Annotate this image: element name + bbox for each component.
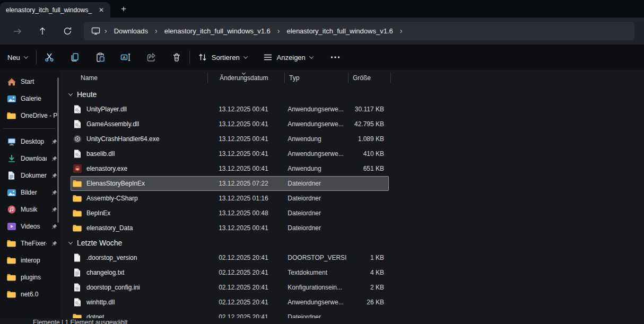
ini-icon [73, 283, 82, 292]
folder-icon [7, 257, 16, 264]
file-date-cell: 13.12.2025 01:16 [206, 195, 283, 202]
table-row[interactable]: UnityCrashHandler64.exe13.12.2025 00:41A… [71, 132, 389, 146]
table-row[interactable]: doorstop_config.ini02.12.2025 20:41Konfi… [71, 280, 389, 295]
share-button[interactable] [138, 48, 164, 67]
delete-button[interactable] [164, 48, 189, 67]
group-header-letzte-woche[interactable]: Letzte Woche [60, 235, 644, 250]
file-type-cell: Anwendungserwe... [283, 150, 346, 157]
table-row[interactable]: dotnet02.12.2025 20:41Dateiordner [71, 310, 389, 318]
pin-icon [51, 224, 57, 230]
column-header-size[interactable]: Größe [348, 70, 391, 86]
cut-button[interactable] [37, 48, 62, 67]
sidebar-item-interop[interactable]: interop [0, 252, 60, 269]
breadcrumb-item-downloads[interactable]: Downloads [110, 25, 152, 37]
file-type-cell: Anwendungserwe... [283, 106, 346, 113]
sidebar-item-net6-0[interactable]: net6.0 [0, 286, 60, 303]
file-date-cell: 13.12.2025 07:22 [206, 180, 283, 187]
sidebar-scrollbar[interactable] [57, 77, 59, 223]
sidebar-item-galerie[interactable]: Galerie [0, 90, 60, 107]
file-date-cell: 13.12.2025 00:48 [206, 209, 283, 217]
sidebar-item-label: net6.0 [21, 291, 57, 298]
file-name-cell: GameAssembly.dll [71, 120, 206, 128]
file-type-cell: Dateiordner [283, 313, 346, 318]
breadcrumb: ›Downloads›elenastory_itch_full_windows_… [101, 27, 405, 35]
file-name: elenastory_Data [86, 224, 133, 232]
folder-icon [7, 240, 16, 247]
sidebar-item-label: Musik [21, 206, 47, 213]
address-bar[interactable]: ›Downloads›elenastory_itch_full_windows_… [84, 22, 634, 40]
column-header-date[interactable]: Änderungsdatum [207, 70, 284, 86]
pin-icon [51, 207, 57, 213]
file-date-cell: 13.12.2025 00:41 [206, 106, 283, 113]
sidebar-item-start[interactable]: Start [0, 73, 60, 90]
column-header-name[interactable]: Name [71, 70, 207, 86]
file-date-cell: 13.12.2025 00:41 [206, 135, 283, 143]
folder-icon [73, 224, 82, 232]
file-name-cell: elenastory.exe [71, 164, 206, 173]
file-type-cell: Dateiordner [283, 195, 346, 202]
sidebar-item-downloads[interactable]: Downloads [0, 150, 60, 167]
tab-close-icon[interactable]: ✕ [97, 5, 106, 15]
sort-button[interactable]: Sortieren [190, 48, 255, 67]
sidebar-item-videos[interactable]: Videos [0, 218, 60, 235]
refresh-icon [63, 27, 72, 36]
breadcrumb-chevron-icon: › [101, 27, 110, 35]
sidebar-item-musik[interactable]: Musik [0, 201, 60, 218]
file-size-cell: 410 KB [346, 150, 389, 157]
dll-icon [73, 150, 82, 158]
file-size-cell: 1 KB [346, 254, 389, 261]
breadcrumb-chevron-icon: › [152, 27, 161, 35]
table-row[interactable]: elenastory_Data13.12.2025 00:41Dateiordn… [71, 221, 389, 235]
table-row[interactable]: elenastory.exe13.12.2025 00:41Anwendung6… [71, 161, 389, 176]
column-header-type[interactable]: Typ [284, 70, 348, 86]
table-row[interactable]: baselib.dll13.12.2025 00:41Anwendungserw… [71, 146, 389, 161]
explorer-tab[interactable]: elenastory_itch_full_windows_ ✕ [0, 2, 110, 17]
file-name: doorstop_config.ini [86, 284, 140, 291]
table-row[interactable]: GameAssembly.dll13.12.2025 00:41Anwendun… [71, 117, 389, 132]
more-options-button[interactable] [321, 48, 350, 67]
table-row[interactable]: Assembly-CSharp13.12.2025 01:16Dateiordn… [71, 191, 389, 206]
sidebar-item-onedrive-pers[interactable]: OneDrive - Pers [0, 107, 60, 124]
navigation-bar: ›Downloads›elenastory_itch_full_windows_… [0, 17, 644, 45]
svg-text:A: A [123, 55, 126, 60]
refresh-button[interactable] [58, 22, 76, 40]
sidebar-item-thefixer-0-3[interactable]: TheFixer-0.3. [0, 235, 60, 252]
table-row[interactable]: changelog.txt02.12.2025 20:41Textdokumen… [71, 265, 389, 280]
forward-button[interactable] [8, 22, 27, 40]
status-text: Elemente | 1 Element ausgewählt [33, 319, 128, 324]
onedrive-icon [7, 112, 16, 119]
documents-icon [7, 171, 16, 180]
file-type-cell: Konfigurationsein... [283, 284, 346, 291]
sidebar-item-desktop[interactable]: Desktop [0, 133, 60, 150]
view-button-label: Anzeigen [277, 54, 306, 62]
file-date-cell: 13.12.2025 00:41 [206, 165, 283, 172]
view-button[interactable]: Anzeigen [255, 48, 321, 67]
share-icon [146, 52, 156, 63]
table-row[interactable]: BepInEx13.12.2025 00:48Dateiordner [71, 206, 389, 221]
folder-icon [73, 313, 82, 318]
table-row[interactable]: winhttp.dll02.12.2025 20:41Anwendungserw… [71, 295, 389, 310]
sidebar-item-label: Galerie [21, 95, 57, 102]
file-type-cell: Anwendungserwe... [283, 299, 346, 306]
rename-button[interactable]: A [113, 48, 138, 67]
sidebar-item-dokumente[interactable]: Dokumente [0, 167, 60, 184]
file-size-cell: 1.089 KB [346, 135, 389, 143]
music-icon [7, 205, 16, 214]
new-tab-button[interactable]: + [118, 3, 129, 15]
table-row[interactable]: ElenasStoryBepInEx13.12.2025 07:22Dateio… [71, 176, 389, 191]
file-date-cell: 02.12.2025 20:41 [206, 284, 283, 291]
group-header-heute[interactable]: Heute [60, 87, 644, 102]
copy-button[interactable] [62, 48, 88, 67]
breadcrumb-item-elenastory-itch-full-windows-v1-6[interactable]: elenastory_itch_full_windows_v1.6 [161, 25, 274, 37]
breadcrumb-item-elenastory-itch-full-windows-v1-6[interactable]: elenastory_itch_full_windows_v1.6 [283, 25, 397, 37]
table-row[interactable]: UnityPlayer.dll13.12.2025 00:41Anwendung… [71, 102, 389, 117]
table-row[interactable]: .doorstop_version02.12.2025 20:41DOORSTO… [71, 250, 389, 265]
gallery-icon [7, 95, 16, 102]
chevron-down-icon [68, 240, 73, 244]
new-button[interactable]: Neu [0, 48, 36, 67]
sidebar-item-bilder[interactable]: Bilder [0, 184, 60, 201]
up-button[interactable] [33, 22, 51, 40]
paste-button[interactable] [88, 48, 113, 67]
sidebar-item-plugins[interactable]: plugins [0, 269, 60, 286]
folder-icon [73, 180, 82, 187]
